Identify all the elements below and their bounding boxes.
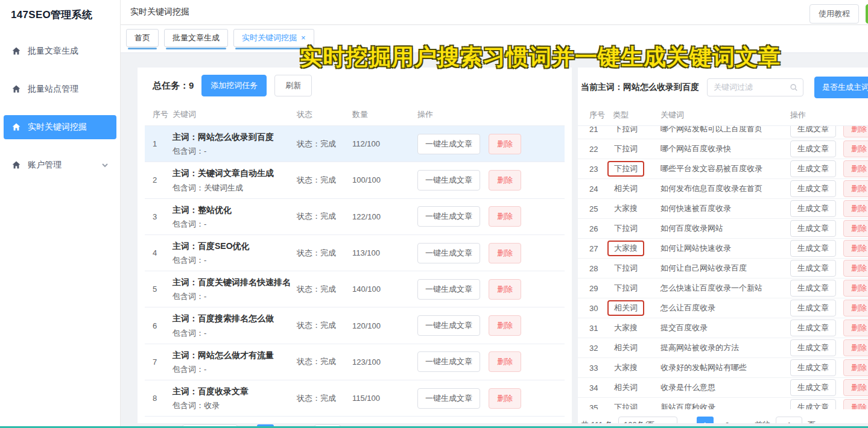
generate-articles-button[interactable]: 一键生成文章 xyxy=(417,388,480,409)
delete-button[interactable]: 删除 xyxy=(843,300,868,316)
generate-article-button[interactable]: 生成文章 xyxy=(790,399,836,409)
keyword-text: 怎么快速让百度收录一个新站 xyxy=(661,283,790,294)
delete-button[interactable]: 删除 xyxy=(489,170,521,190)
page-number-button[interactable]: 1 xyxy=(697,417,714,423)
tab[interactable]: 首页 xyxy=(126,29,159,47)
delete-button[interactable]: 删除 xyxy=(843,220,868,237)
delete-button[interactable]: 删除 xyxy=(843,339,868,356)
generate-articles-button[interactable]: 一键生成文章 xyxy=(417,351,480,372)
tab-close-icon[interactable]: × xyxy=(301,33,306,42)
generate-article-button[interactable]: 生成文章 xyxy=(790,220,836,237)
keyword-type: 下拉词 xyxy=(607,260,644,276)
task-status: 状态：完成 xyxy=(297,284,352,295)
keyword-text: 如何百度收录网站 xyxy=(661,223,790,234)
delete-button[interactable]: 删除 xyxy=(489,388,521,409)
generate-article-button[interactable]: 生成文章 xyxy=(790,300,836,316)
prev-page-button[interactable]: ‹ xyxy=(683,420,691,424)
delete-button[interactable]: 删除 xyxy=(843,379,868,396)
delete-button[interactable]: 删除 xyxy=(843,280,868,297)
tutorial-button[interactable]: 使用教程 xyxy=(809,4,859,24)
sidebar-item-label: 批量文章生成 xyxy=(28,46,78,57)
generate-articles-button[interactable]: 一键生成文章 xyxy=(417,279,480,300)
sidebar-item[interactable]: 批量文章生成 xyxy=(4,39,116,63)
delete-button[interactable]: 删除 xyxy=(843,180,868,197)
page-number-button[interactable]: 2 xyxy=(719,417,736,423)
delete-button[interactable]: 删除 xyxy=(843,200,868,217)
sidebar-item[interactable]: 实时关键词挖掘 xyxy=(4,115,116,139)
col-type: 类型 xyxy=(613,110,661,121)
delete-button[interactable]: 删除 xyxy=(843,160,868,177)
delete-button[interactable]: 删除 xyxy=(489,315,521,336)
task-status: 状态：完成 xyxy=(297,175,352,186)
generate-articles-button[interactable]: 一键生成文章 xyxy=(417,170,480,190)
generate-article-button[interactable]: 生成文章 xyxy=(790,240,836,257)
generate-article-button[interactable]: 生成文章 xyxy=(790,319,836,336)
table-row: 30 相关词 怎么让百度收录 生成文章 删除 xyxy=(578,298,868,318)
generate-articles-button[interactable]: 一键生成文章 xyxy=(417,134,480,154)
task-include-words: 包含词：- xyxy=(173,328,291,339)
delete-button[interactable]: 删除 xyxy=(843,319,868,336)
generate-articles-button[interactable]: 一键生成文章 xyxy=(417,206,480,227)
row-index: 2 xyxy=(145,175,173,184)
generate-article-button[interactable]: 生成文章 xyxy=(790,180,836,197)
delete-button[interactable]: 删除 xyxy=(843,126,868,137)
task-status: 状态：完成 xyxy=(297,356,352,367)
add-task-button[interactable]: 添加挖词任务 xyxy=(201,75,267,96)
keyword-type: 大家搜 xyxy=(607,360,644,376)
delete-button[interactable]: 删除 xyxy=(843,359,868,376)
tab[interactable]: 批量文章生成 xyxy=(164,29,228,47)
sidebar-item[interactable]: 批量站点管理 xyxy=(4,77,116,101)
keyword-text: 如何发布信息百度收录在首页 xyxy=(661,183,790,194)
tab-label: 实时关键词挖掘 xyxy=(242,33,297,42)
generate-article-button[interactable]: 生成文章 xyxy=(790,379,836,396)
table-row: 34 相关词 收录是什么意思 生成文章 删除 xyxy=(578,378,868,398)
next-page-button[interactable]: › xyxy=(741,420,750,424)
keyword-type: 相关词 xyxy=(607,340,644,356)
tab-label: 首页 xyxy=(135,33,150,42)
delete-button[interactable]: 删除 xyxy=(843,240,868,257)
keyword-text: 哪个网站百度收录快 xyxy=(661,143,790,154)
delete-button[interactable]: 删除 xyxy=(489,279,521,300)
partial-green-button[interactable] xyxy=(866,4,868,24)
generate-article-button[interactable]: 生成文章 xyxy=(790,359,836,376)
delete-button[interactable]: 删除 xyxy=(489,243,521,263)
keyword-filter-input[interactable]: 关键词过滤 xyxy=(707,78,803,96)
delete-button[interactable]: 删除 xyxy=(489,351,521,372)
delete-button[interactable]: 删除 xyxy=(843,140,868,157)
sidebar-item[interactable]: 账户管理 xyxy=(4,153,116,177)
delete-button[interactable]: 删除 xyxy=(489,134,521,154)
delete-button[interactable]: 删除 xyxy=(843,260,868,277)
generate-article-button[interactable]: 生成文章 xyxy=(790,126,836,137)
task-count: 113/100 xyxy=(352,248,417,257)
table-row: 21 下拉词 哪个网站发帖可以上百度首页 生成文章 删除 xyxy=(578,126,868,139)
table-row: 6 主词：百度搜索排名怎么做 包含词：- 状态：完成 120/100 一键生成文… xyxy=(145,307,565,344)
generate-main-keyword-button[interactable]: 是否生成主词 xyxy=(814,77,868,98)
table-row: 32 相关词 提高网站被收录的方法 生成文章 删除 xyxy=(578,338,868,358)
delete-button[interactable]: 删除 xyxy=(843,399,868,409)
generate-article-button[interactable]: 生成文章 xyxy=(790,200,836,217)
table-row: 7 主词：网站怎么做才有流量 包含词：- 状态：完成 123/100 一键生成文… xyxy=(145,344,565,380)
generate-article-button[interactable]: 生成文章 xyxy=(790,140,836,157)
delete-button[interactable]: 删除 xyxy=(489,206,521,227)
generate-article-button[interactable]: 生成文章 xyxy=(790,160,836,177)
generate-article-button[interactable]: 生成文章 xyxy=(790,280,836,297)
generate-articles-button[interactable]: 一键生成文章 xyxy=(417,243,480,263)
col-no: 序号 xyxy=(145,109,173,120)
chevron-down-icon xyxy=(665,422,672,424)
task-panel: 总任务：9 添加挖词任务 刷新 序号 关键词 状态 数量 操作 1 主词：网站怎… xyxy=(138,68,572,423)
keyword-type: 大家搜 xyxy=(607,241,644,256)
page-size-select[interactable]: 100条/页 xyxy=(618,417,677,423)
generate-articles-button[interactable]: 一键生成文章 xyxy=(417,315,480,336)
task-include-words: 包含词：收录 xyxy=(173,400,291,411)
table-row: 3 主词：整站优化 包含词：- 状态：完成 122/100 一键生成文章 删除 xyxy=(145,199,565,235)
task-main-keyword: 主词：百度SEO优化 xyxy=(173,240,291,252)
keyword-type: 相关词 xyxy=(607,181,644,197)
goto-page-input[interactable]: 1 xyxy=(776,417,802,423)
refresh-button[interactable]: 刷新 xyxy=(274,75,312,96)
generate-article-button[interactable]: 生成文章 xyxy=(790,260,836,277)
task-status: 状态：完成 xyxy=(297,248,352,259)
filter-placeholder: 关键词过滤 xyxy=(714,82,753,93)
task-table: 序号 关键词 状态 数量 操作 1 主词：网站怎么收录到百度 包含词：- 状态：… xyxy=(145,104,565,417)
generate-article-button[interactable]: 生成文章 xyxy=(790,339,836,356)
task-count: 120/100 xyxy=(352,321,417,330)
